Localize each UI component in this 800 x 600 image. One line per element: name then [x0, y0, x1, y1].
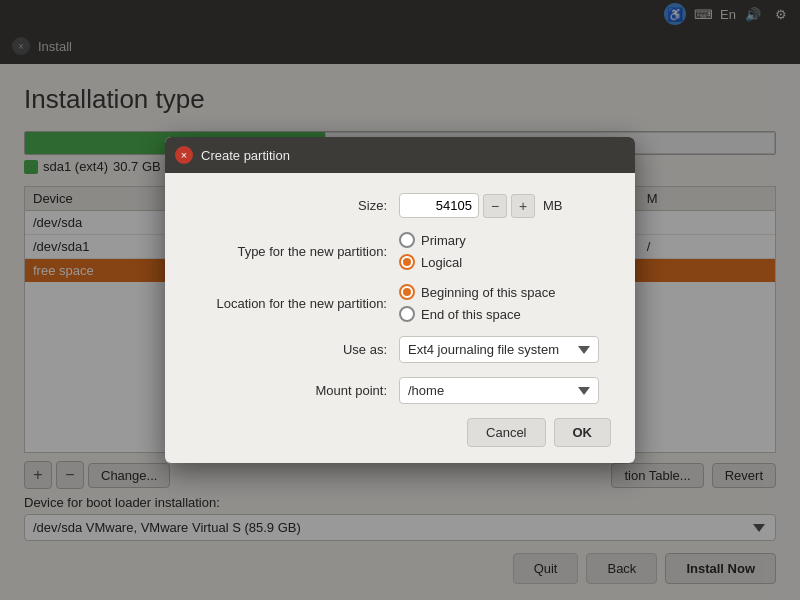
- size-unit-label: MB: [543, 198, 563, 213]
- size-row: Size: − + MB: [189, 193, 611, 218]
- type-primary-radio[interactable]: [399, 232, 415, 248]
- dialog-body: Size: − + MB Type for the new partition:…: [165, 173, 635, 463]
- location-end-option[interactable]: End of this space: [399, 306, 555, 322]
- location-label: Location for the new partition:: [189, 296, 399, 311]
- type-logical-option[interactable]: Logical: [399, 254, 466, 270]
- location-beginning-label: Beginning of this space: [421, 285, 555, 300]
- type-logical-label: Logical: [421, 255, 462, 270]
- type-label: Type for the new partition:: [189, 244, 399, 259]
- location-radio-group: Beginning of this space End of this spac…: [399, 284, 555, 322]
- mount-point-row: Mount point: /home: [189, 377, 611, 404]
- type-row: Type for the new partition: Primary Logi…: [189, 232, 611, 270]
- dialog-actions: Cancel OK: [189, 418, 611, 447]
- dialog-overlay: × Create partition Size: − + MB Type for…: [0, 0, 800, 600]
- size-input[interactable]: [399, 193, 479, 218]
- dialog-titlebar: × Create partition: [165, 137, 635, 173]
- cancel-button[interactable]: Cancel: [467, 418, 545, 447]
- dialog-title: Create partition: [201, 148, 290, 163]
- location-beginning-option[interactable]: Beginning of this space: [399, 284, 555, 300]
- use-as-label: Use as:: [189, 342, 399, 357]
- type-primary-option[interactable]: Primary: [399, 232, 466, 248]
- dialog-close-button[interactable]: ×: [175, 146, 193, 164]
- size-controls: − + MB: [399, 193, 563, 218]
- mount-point-select[interactable]: /home: [399, 377, 599, 404]
- mount-point-label: Mount point:: [189, 383, 399, 398]
- size-increment-button[interactable]: +: [511, 194, 535, 218]
- type-primary-label: Primary: [421, 233, 466, 248]
- use-as-row: Use as: Ext4 journaling file system: [189, 336, 611, 363]
- type-logical-radio[interactable]: [399, 254, 415, 270]
- use-as-select[interactable]: Ext4 journaling file system: [399, 336, 599, 363]
- location-row: Location for the new partition: Beginnin…: [189, 284, 611, 322]
- location-end-label: End of this space: [421, 307, 521, 322]
- type-radio-group: Primary Logical: [399, 232, 466, 270]
- location-end-radio[interactable]: [399, 306, 415, 322]
- size-label: Size:: [189, 198, 399, 213]
- create-partition-dialog: × Create partition Size: − + MB Type for…: [165, 137, 635, 463]
- ok-button[interactable]: OK: [554, 418, 612, 447]
- size-decrement-button[interactable]: −: [483, 194, 507, 218]
- location-beginning-radio[interactable]: [399, 284, 415, 300]
